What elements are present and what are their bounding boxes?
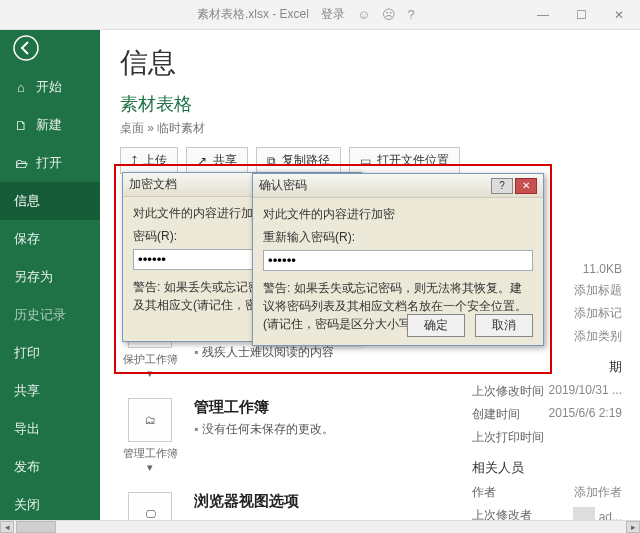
dates-heading: 期: [472, 358, 622, 376]
confirm-dialog-title: 确认密码: [259, 177, 307, 194]
confirm-password-input[interactable]: [263, 250, 533, 271]
avatar-icon: [573, 507, 595, 520]
close-icon: ✕: [614, 8, 624, 22]
browser-view-button[interactable]: 🖵: [120, 492, 180, 520]
sidebar-item-close[interactable]: 关闭: [0, 486, 100, 524]
sidebar-item-open[interactable]: 🗁打开: [0, 144, 100, 182]
horizontal-scrollbar[interactable]: ◂ ▸: [0, 520, 640, 533]
maximize-button[interactable]: ☐: [566, 5, 596, 25]
login-link[interactable]: 登录: [321, 6, 345, 23]
sidebar-item-label: 新建: [36, 116, 62, 134]
sidebar-item-new[interactable]: 🗋新建: [0, 106, 100, 144]
prop-mod-label: 上次修改时间: [472, 383, 544, 400]
sidebar-item-saveas[interactable]: 另存为: [0, 258, 100, 296]
sidebar-item-info[interactable]: 信息: [0, 182, 100, 220]
sidebar-item-history[interactable]: 历史记录: [0, 296, 100, 334]
upload-icon: ⤴: [131, 154, 137, 168]
minimize-button[interactable]: —: [528, 5, 558, 25]
confirm-dialog-titlebar: 确认密码 ? ✕: [253, 174, 543, 198]
share-button[interactable]: ↗共享: [186, 147, 248, 174]
prop-lastmod-label: 上次修改者: [472, 507, 532, 520]
sidebar-item-label: 打开: [36, 154, 62, 172]
smile-icon[interactable]: ☺: [357, 7, 374, 22]
sidebar-item-label: 关闭: [14, 496, 40, 514]
button-label: 打开文件位置: [377, 152, 449, 169]
sidebar-item-save[interactable]: 保存: [0, 220, 100, 258]
home-icon: ⌂: [14, 80, 28, 94]
sidebar-item-share[interactable]: 共享: [0, 372, 100, 410]
window-title-group: 素材表格.xlsx - Excel 登录 ☺ ☹ ?: [197, 6, 421, 23]
file-name: 素材表格: [120, 92, 620, 116]
protect-icon-label: 保护工作簿 ▾: [120, 352, 180, 380]
face-icons: ☺ ☹ ?: [357, 7, 419, 22]
sidebar-item-label: 共享: [14, 382, 40, 400]
manage-line-1: 没有任何未保存的更改。: [194, 421, 334, 438]
prop-create-label: 创建时间: [472, 406, 520, 423]
prop-mod-value: 2019/10/31 ...: [549, 383, 622, 400]
sidebar-item-label: 导出: [14, 420, 40, 438]
back-button[interactable]: [6, 34, 46, 62]
prop-author-value[interactable]: 添加作者: [574, 484, 622, 501]
upload-button[interactable]: ⤴上传: [120, 147, 178, 174]
prop-author-label: 作者: [472, 484, 496, 501]
sidebar-item-label: 保存: [14, 230, 40, 248]
svg-point-0: [14, 36, 38, 60]
help-icon[interactable]: ?: [407, 7, 418, 22]
sidebar-item-label: 发布: [14, 458, 40, 476]
dialog-close-button[interactable]: ✕: [515, 178, 537, 194]
protect-line-2: 残疾人士难以阅读的内容: [194, 344, 352, 361]
copy-path-button[interactable]: ⧉复制路径: [256, 147, 341, 174]
file-toolbar: ⤴上传 ↗共享 ⧉复制路径 ▭打开文件位置: [120, 147, 620, 174]
maximize-icon: ☐: [576, 8, 587, 22]
page-title: 信息: [120, 44, 620, 82]
sidebar-item-label: 打印: [14, 344, 40, 362]
sidebar-item-label: 另存为: [14, 268, 53, 286]
prop-tag-value[interactable]: 添加标记: [574, 305, 622, 322]
manage-title: 管理工作簿: [194, 398, 334, 417]
sidebar-item-publish[interactable]: 发布: [0, 448, 100, 486]
prop-create-value: 2015/6/6 2:19: [549, 406, 622, 423]
share-icon: ↗: [197, 154, 207, 168]
confirm-ok-button[interactable]: 确定: [407, 314, 465, 337]
scroll-right-button[interactable]: ▸: [626, 521, 640, 533]
sidebar-item-label: 历史记录: [14, 306, 66, 324]
prop-print-label: 上次打印时间: [472, 429, 544, 446]
open-location-button[interactable]: ▭打开文件位置: [349, 147, 460, 174]
prop-lastmod-value: ad...: [573, 507, 622, 520]
title-bar: 素材表格.xlsx - Excel 登录 ☺ ☹ ? — ☐ ✕: [0, 0, 640, 30]
sidebar-item-print[interactable]: 打印: [0, 334, 100, 372]
sidebar-item-label: 信息: [14, 192, 40, 210]
sidebar-item-home[interactable]: ⌂开始: [0, 68, 100, 106]
confirm-password-label: 重新输入密码(R):: [263, 229, 533, 246]
prop-size-value: 11.0KB: [583, 262, 622, 276]
manage-body: 管理工作簿 没有任何未保存的更改。: [194, 398, 334, 474]
dialog-help-button[interactable]: ?: [491, 178, 513, 194]
caption-buttons: — ☐ ✕: [528, 5, 634, 25]
open-icon: 🗁: [14, 156, 28, 170]
button-label: 上传: [143, 152, 167, 169]
minimize-icon: —: [537, 8, 549, 22]
sidebar-item-label: 开始: [36, 78, 62, 96]
encrypt-dialog-title: 加密文档: [129, 176, 177, 193]
prop-title-value[interactable]: 添加标题: [574, 282, 622, 299]
browser-title: 浏览器视图选项: [194, 492, 299, 511]
manage-workbook-button[interactable]: 🗂 管理工作簿 ▾: [120, 398, 180, 474]
confirm-dialog-footer: 确定 取消: [407, 314, 533, 337]
window-title: 素材表格.xlsx - Excel: [197, 6, 309, 23]
sidebar-item-export[interactable]: 导出: [0, 410, 100, 448]
close-button[interactable]: ✕: [604, 5, 634, 25]
browser-icon: 🖵: [128, 492, 172, 520]
manage-icon: 🗂: [128, 398, 172, 442]
confirm-password-dialog: 确认密码 ? ✕ 对此文件的内容进行加密 重新输入密码(R): 警告: 如果丢失…: [252, 173, 544, 346]
confirm-cancel-button[interactable]: 取消: [475, 314, 533, 337]
new-icon: 🗋: [14, 118, 28, 132]
folder-icon: ▭: [360, 154, 371, 168]
link-icon: ⧉: [267, 154, 276, 168]
scroll-thumb[interactable]: [16, 521, 56, 533]
frown-icon[interactable]: ☹: [382, 7, 400, 22]
button-label: 复制路径: [282, 152, 330, 169]
back-arrow-icon: [12, 34, 40, 62]
scroll-left-button[interactable]: ◂: [0, 521, 14, 533]
confirm-msg: 对此文件的内容进行加密: [263, 206, 533, 223]
prop-cat-value[interactable]: 添加类别: [574, 328, 622, 345]
